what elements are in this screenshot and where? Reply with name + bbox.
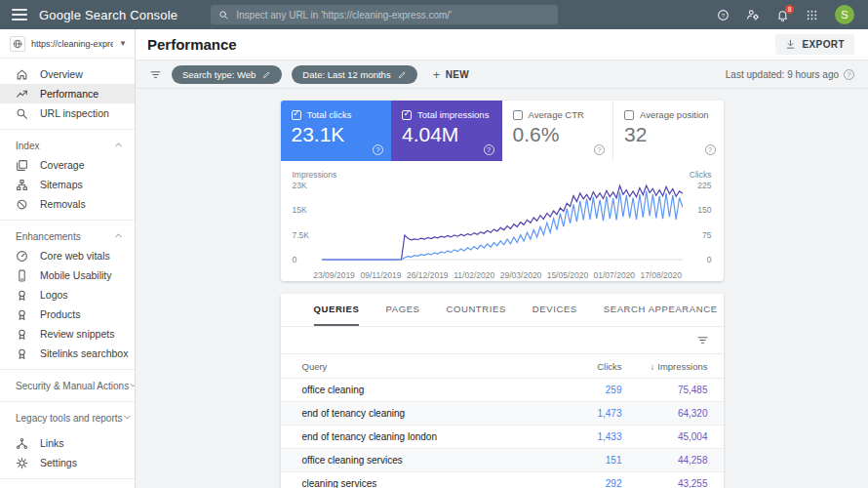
average-ctr-value: 0.6% bbox=[513, 123, 603, 146]
tab-pages[interactable]: PAGES bbox=[385, 294, 419, 326]
checkbox-checked-icon[interactable] bbox=[402, 110, 412, 120]
help-circle-icon[interactable]: ? bbox=[705, 144, 716, 155]
impressions-cell: 44,258 bbox=[622, 455, 724, 466]
tab-queries[interactable]: QUERIES bbox=[314, 294, 360, 326]
sidebar-section-security[interactable]: Security & Manual Actions bbox=[0, 376, 135, 395]
sidebar-item-links[interactable]: Links bbox=[0, 433, 135, 453]
globe-icon bbox=[10, 36, 25, 52]
sidebar-item-products[interactable]: Products bbox=[0, 305, 135, 324]
help-circle-icon[interactable]: ? bbox=[373, 144, 383, 155]
table-row[interactable]: office cleaning services15144,258 bbox=[281, 449, 724, 472]
impressions-cell: 45,004 bbox=[622, 431, 724, 442]
chevron-down-icon: ▼ bbox=[119, 39, 127, 48]
rich-result-badge-icon bbox=[16, 328, 28, 341]
table-row[interactable]: cleaning services29243,255 bbox=[281, 472, 724, 488]
menu-icon[interactable] bbox=[12, 9, 27, 20]
avatar[interactable]: S bbox=[835, 5, 854, 24]
total-impressions-value: 4.04M bbox=[402, 123, 492, 146]
performance-chart[interactable]: 23K 15K 7.5K 0 23/09/201909/11/201926/12… bbox=[281, 182, 724, 281]
table-row[interactable]: end of tenancy cleaning1,47364,320 bbox=[281, 402, 724, 426]
export-button[interactable]: EXPORT bbox=[775, 34, 854, 55]
line-chart bbox=[322, 182, 683, 264]
property-selector[interactable]: https://cleaning-express.com/ ▼ bbox=[0, 29, 135, 59]
right-axis-ticks: 225 150 75 0 bbox=[687, 182, 712, 264]
coverage-pages-icon bbox=[16, 159, 28, 172]
page-title: Performance bbox=[147, 36, 237, 53]
query-column-header[interactable]: Query bbox=[302, 361, 554, 372]
url-inspect-searchbar[interactable] bbox=[211, 5, 558, 24]
help-circle-icon[interactable]: ? bbox=[844, 69, 854, 80]
last-updated: Last updated: 9 hours ago ? bbox=[726, 69, 854, 80]
x-axis-label: 01/07/2020 bbox=[594, 270, 636, 280]
clicks-column-header[interactable]: Clicks bbox=[554, 361, 622, 372]
notifications-bell-icon[interactable]: 8 bbox=[776, 9, 789, 21]
left-axis-title: Impressions bbox=[293, 170, 337, 180]
help-icon[interactable]: ? bbox=[717, 9, 730, 21]
checkbox-unchecked-icon[interactable] bbox=[513, 110, 523, 120]
chevron-up-icon bbox=[114, 231, 123, 242]
average-position-tile[interactable]: Average position 32 ? bbox=[612, 101, 724, 161]
x-axis-label: 11/02/2020 bbox=[454, 270, 494, 280]
sidebar-section-enhancements[interactable]: Enhancements bbox=[0, 226, 135, 246]
table-toolbar bbox=[281, 327, 724, 354]
table-row[interactable]: office cleaning25975,485 bbox=[281, 379, 724, 402]
sidebar-item-sitelinks-searchbox[interactable]: Sitelinks searchbox bbox=[0, 344, 135, 363]
sidebar-item-coverage[interactable]: Coverage bbox=[0, 155, 135, 175]
sidebar-item-url-inspection[interactable]: URL inspection bbox=[0, 103, 135, 123]
help-circle-icon[interactable]: ? bbox=[594, 144, 605, 155]
checkbox-checked-icon[interactable] bbox=[292, 110, 301, 120]
x-axis-label: 09/11/2019 bbox=[360, 270, 401, 280]
search-input[interactable] bbox=[236, 10, 550, 20]
tab-countries[interactable]: COUNTRIES bbox=[447, 294, 506, 326]
tab-search-appearance[interactable]: SEARCH APPEARANCE bbox=[604, 294, 718, 326]
sidebar-item-overview[interactable]: Overview bbox=[0, 64, 135, 84]
apps-grid-icon[interactable] bbox=[806, 9, 818, 21]
sidebar-item-sitemaps[interactable]: Sitemaps bbox=[0, 175, 135, 194]
average-ctr-tile[interactable]: Average CTR 0.6% ? bbox=[502, 101, 613, 161]
sidebar-item-removals[interactable]: Removals bbox=[0, 194, 135, 214]
sidebar-item-settings[interactable]: Settings bbox=[0, 453, 135, 472]
date-range-chip[interactable]: Date: Last 12 months bbox=[292, 65, 416, 84]
sidebar-item-review-snippets[interactable]: Review snippets bbox=[0, 324, 135, 344]
clicks-cell: 1,433 bbox=[554, 431, 622, 442]
performance-chart-icon bbox=[16, 88, 28, 101]
sidebar-item-logos[interactable]: Logos bbox=[0, 285, 135, 305]
table-filter-icon[interactable] bbox=[696, 334, 709, 346]
search-type-chip[interactable]: Search type: Web bbox=[172, 65, 282, 84]
help-circle-icon[interactable]: ? bbox=[484, 144, 494, 155]
sidebar-item-core-web-vitals[interactable]: Core web vitals bbox=[0, 246, 135, 265]
manage-users-icon[interactable] bbox=[746, 8, 760, 21]
notification-badge: 8 bbox=[785, 5, 794, 14]
tab-devices[interactable]: DEVICES bbox=[533, 294, 577, 326]
total-clicks-value: 23.1K bbox=[292, 123, 381, 146]
chevron-down-icon bbox=[123, 413, 132, 424]
sitemap-tree-icon bbox=[16, 179, 28, 191]
sidebar: https://cleaning-express.com/ ▼ Overview… bbox=[0, 29, 136, 488]
new-filter-button[interactable]: + NEW bbox=[433, 67, 470, 82]
sidebar-section-legacy-tools[interactable]: Legacy tools and reports bbox=[0, 408, 135, 427]
pencil-icon bbox=[398, 70, 407, 79]
query-cell: end of tenancy cleaning bbox=[302, 408, 554, 419]
query-cell: office cleaning bbox=[302, 385, 554, 395]
impressions-cell: 43,255 bbox=[622, 478, 724, 488]
sidebar-item-mobile-usability[interactable]: Mobile Usability bbox=[0, 265, 135, 285]
total-impressions-tile[interactable]: Total impressions 4.04M ? bbox=[391, 101, 502, 161]
query-cell: office cleaning services bbox=[302, 455, 554, 466]
total-clicks-tile[interactable]: Total clicks 23.1K ? bbox=[281, 101, 392, 161]
sidebar-section-index[interactable]: Index bbox=[0, 136, 135, 155]
table-body: office cleaning25975,485end of tenancy c… bbox=[281, 379, 724, 488]
filter-icon[interactable] bbox=[149, 68, 162, 81]
impressions-column-header[interactable]: ↓Impressions bbox=[622, 361, 724, 372]
impressions-cell: 75,485 bbox=[622, 385, 724, 395]
filter-bar: Search type: Web Date: Last 12 months + … bbox=[136, 61, 868, 89]
table-row[interactable]: end of tenancy cleaning london1,43345,00… bbox=[281, 426, 724, 449]
chevron-down-icon bbox=[129, 381, 136, 391]
clicks-cell: 292 bbox=[554, 478, 622, 488]
performance-summary-card: Total clicks 23.1K ? Total impressions 4… bbox=[281, 101, 724, 281]
x-axis-label: 17/08/2020 bbox=[640, 270, 682, 280]
home-icon bbox=[16, 68, 28, 81]
sidebar-item-performance[interactable]: Performance bbox=[0, 84, 135, 103]
checkbox-unchecked-icon[interactable] bbox=[624, 110, 634, 120]
x-axis-labels: 23/09/201909/11/201926/12/201911/02/2020… bbox=[322, 267, 687, 281]
rich-result-badge-icon bbox=[16, 347, 28, 360]
